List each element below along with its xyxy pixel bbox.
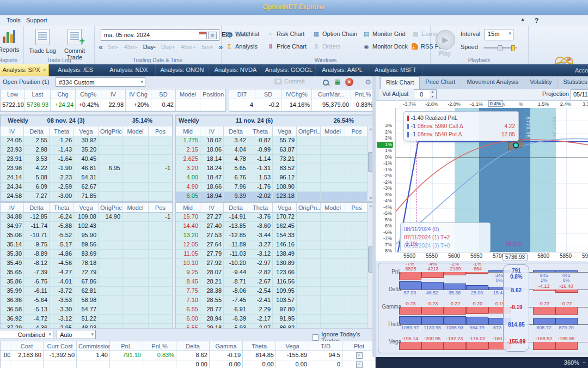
table-row[interactable]: 1.77518.023.42-0.8755.79 [176,136,369,146]
table-row[interactable]: 34.97-11.74-5.88102.43 [1,222,173,231]
chart-tab[interactable]: Statistics & Fundamentals [558,76,588,89]
chart-tab[interactable]: Volatility [524,76,558,89]
table-row[interactable]: 11.0527.79-11.03-3.12138.49 [176,250,369,259]
time-step-button[interactable]: 45m+ [181,44,196,50]
time-step-button[interactable]: 5m+ [201,44,213,50]
watchlist-button[interactable]: Watchlist [225,28,267,39]
table-row[interactable]: 6.0518.949.39-2.02123.18 [176,192,369,201]
interval-select[interactable]: 15m▾ [485,29,513,40]
table-row[interactable]: 35.65-7.39-4.2772.79 [1,268,173,277]
table-row[interactable]: 4.9018.667.96-1.76108.90 [176,183,369,192]
search-icon[interactable] [321,78,330,87]
table-row[interactable]: 10.1027.92-10.20-2.97130.89 [176,259,369,268]
time-step-button[interactable]: 45m- [124,44,138,50]
time-picker-icon[interactable]: ⊞ [208,32,217,39]
position-select[interactable]: #334 Custom▾ [56,77,145,87]
table-row[interactable]: 9.2528.07-9.44-2.82123.66 [176,268,369,277]
export-excel-icon[interactable]: ▦ [333,78,342,87]
table-row[interactable]: 12.0527.64-11.89-3.27146.16 [176,240,369,250]
account-panel-label[interactable]: Account [575,67,588,74]
vol-adjust-spinner[interactable]: 0 ▴ ▾ [414,89,437,99]
title-bar[interactable]: OptionNET Explorer [0,0,588,15]
projection-date-input[interactable]: 05/11/2024 [571,89,588,100]
table-row[interactable]: 2.1518.064.04-0.9963.87 [176,146,369,155]
position-legend[interactable]: -1.40Realized PnL -108nov. 5960 Call Δ4.… [403,111,519,141]
table-row[interactable]: 36.58-5.13-3.3054.77 [1,305,173,315]
table-row[interactable]: 24.052.55-1.2630.92 [1,136,173,146]
checkbox-icon[interactable] [313,334,318,341]
table-row[interactable]: 24.346.09-2.5962.67 [1,183,173,192]
help-icon[interactable]: ? [535,17,538,25]
tab-analysis-spx[interactable]: Analysis: SPX× [0,64,49,76]
document-tab[interactable]: Analysis: NDX [102,64,156,76]
table-row[interactable]: 24.587.27-3.0071.85 [1,192,173,201]
close-position-icon[interactable] [345,78,354,87]
table-row[interactable]: 0.000.000.000.000✓ [1,360,375,368]
table-row[interactable]: 23.932.98-1.4335.20 [1,146,173,155]
table-row[interactable]: 5722.105736.93+24.24+0.42%22.98+20%0.42 [1,99,225,111]
table-row[interactable]: 23.913.53-1.6440.45 [1,155,173,164]
analysis-button[interactable]: ΣAnalysis [225,41,267,52]
gear-icon[interactable]: ⚙ [364,78,372,87]
risk-chart-button[interactable]: ∼Risk Chart [267,28,313,39]
monitor-dock-button[interactable]: ◉Monitor Dock [363,41,412,52]
table-row[interactable]: 35.14-9.75-5.1789.56 [1,240,173,250]
calendar-icon[interactable] [199,32,207,39]
table-row[interactable]: 36.92-4.72-3.1251.22 [1,315,173,324]
table-row[interactable]: 35.30-8.89-4.8683.69 [1,250,173,259]
plot-checkbox[interactable]: ✓ [356,352,363,359]
reports-button[interactable]: Reports [0,29,21,53]
expiration-header[interactable]: Weekly 11 nov. 24 (6) 26.54% [176,115,374,126]
chart-tab[interactable]: Price Chart [420,76,461,89]
table-row[interactable]: 2.62518.144.78-1.1473.21 [176,155,369,164]
table-row[interactable]: 15.7027.27-14.91-3.76170.72 [176,213,369,222]
table-row[interactable]: 24.145.08-2.2354.31 [1,173,173,183]
monitor-grid-button[interactable]: ▤Monitor Grid [363,28,412,39]
spin-up-icon[interactable]: ▴ [430,90,436,94]
document-tab[interactable]: Analysis: MSFT [369,64,422,76]
menu-support[interactable]: Support [26,17,47,23]
table-row[interactable]: 6.0028.94-6.39-2.1791.95 [176,315,369,324]
speed-slider[interactable] [483,47,517,49]
spin-down-icon[interactable]: ▾ [430,95,436,99]
zoom-slider[interactable]: − [583,359,586,365]
table-row[interactable]: 35.99-6.11-3.7262.81 [1,287,173,296]
table-row[interactable]: 14.4027.40-13.85-3.60162.45 [176,222,369,231]
table-row[interactable]: 7.1028.55-7.45-2.41103.57 [176,296,369,305]
chart-tab[interactable]: Movement Analysis [461,76,524,89]
risk-plot[interactable]: 5770.05 5827.40 -1.40Realized PnL -108no… [395,108,588,252]
table-row[interactable]: .002,183.60-1,392.501.40791.100.83%8.62-… [1,351,375,360]
plot-checkbox[interactable]: ✓ [356,361,363,368]
play-button[interactable]: ▶ [436,30,455,50]
menu-tools[interactable]: Tools [7,17,21,23]
mode-select[interactable]: Auto▾ [57,330,96,339]
time-step-button[interactable]: Day- [143,44,156,50]
price-chart-button[interactable]: ‖Price Chart [267,41,313,52]
chart-tab[interactable]: Risk Chart [380,76,420,89]
table-row[interactable]: 23.984.22-1.9046.816.95-1 [1,164,173,173]
table-row[interactable]: 7.7528.38-8.06-2.54109.95 [176,287,369,296]
document-tab[interactable]: Analysis: ONON [156,64,209,76]
collapse-ribbon-icon[interactable]: ▲ [520,17,525,22]
document-tab[interactable]: Analysis: AAPL [316,64,369,76]
time-step-button[interactable]: Day+ [161,44,175,50]
combined-select[interactable]: Combined▾ [0,330,53,339]
table-row[interactable]: 8.4528.21-8.71-2.67116.56 [176,277,369,287]
table-row[interactable]: 34.88-12.85-6.24109.0814.90-1 [1,213,173,222]
time-step-button[interactable]: 5m- [108,44,119,50]
risk-chart[interactable]: -3.7%-2.8%-2.0%-1.1%-0.2%%1.5%2.4%3.3% 0… [376,100,588,261]
table-row[interactable]: 35.06-10.71-5.5295.90 [1,231,173,240]
trading-date-input[interactable]: ma. 05 nov. 2024 ⊞ [101,29,219,41]
close-icon[interactable]: × [43,67,46,73]
table-row[interactable]: 13.2027.53-12.85-3.44154.33 [176,231,369,240]
table-row[interactable]: 36.36-5.64-3.5358.98 [1,296,173,305]
table-row[interactable]: 35.49-8.12-4.5678.18 [1,259,173,268]
document-tab[interactable]: Analysis: /ES [49,64,102,76]
document-tab[interactable]: Analysis: GOOGL [262,64,316,76]
trade-log-button[interactable]: Trade Log [27,29,58,54]
table-row[interactable]: 4-0.214.16%95,379.000.83% [229,99,375,111]
time-step-button[interactable]: « [99,43,103,51]
option-chain-button[interactable]: ▦Option Chain [313,28,363,39]
table-row[interactable]: 3.2018.245.65-1.3183.52 [176,164,369,173]
document-tab[interactable]: Analysis: NVDA [209,64,262,76]
